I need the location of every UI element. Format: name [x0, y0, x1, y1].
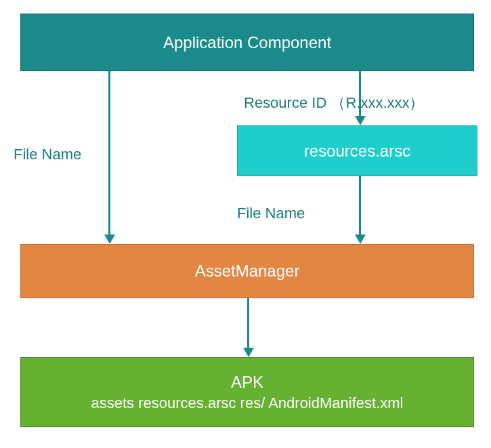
arrow-appcomp-to-resources [359, 71, 361, 117]
file-name-left-label: File Name [14, 146, 81, 163]
asset-manager-label: AssetManager [195, 262, 300, 281]
arrow-head-1 [104, 235, 115, 244]
asset-manager-box: AssetManager [20, 244, 474, 298]
arrow-head-4 [243, 348, 254, 357]
arrow-head-3 [355, 235, 366, 244]
arrow-head-2 [355, 116, 366, 125]
arrow-appcomp-to-assetmgr [108, 71, 110, 236]
arrow-assetmgr-to-apk [247, 298, 249, 349]
resources-arsc-label: resources.arsc [304, 142, 410, 161]
apk-subtitle: assets resources.arsc res/ AndroidManife… [91, 394, 404, 412]
apk-title: APK [231, 373, 263, 392]
arrow-resources-to-assetmgr [359, 176, 361, 236]
application-component-box: Application Component [20, 14, 474, 71]
file-name-middle-label: File Name [237, 205, 305, 222]
resources-arsc-box: resources.arsc [237, 125, 477, 176]
application-component-label: Application Component [163, 33, 331, 52]
resource-id-label: Resource ID （R.xxx.xxx） [244, 93, 425, 113]
apk-box: APK assets resources.arsc res/ AndroidMa… [20, 357, 474, 427]
